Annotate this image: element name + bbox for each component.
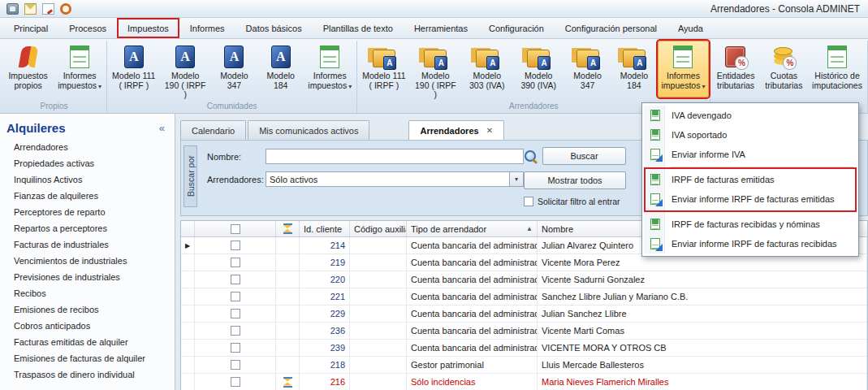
menubar-item[interactable]: Procesos: [58, 18, 117, 38]
menubar-item[interactable]: Datos básicos: [235, 18, 313, 38]
sidebar-item[interactable]: Arrendadores: [0, 139, 175, 155]
tab[interactable]: Arrendadores ✕: [408, 120, 504, 140]
grid-row[interactable]: 216 Sólo incidencias Maria Nieves Flamer…: [181, 374, 867, 390]
grid-row[interactable]: 221 Cuenta bancaria del administrador Sa…: [181, 288, 867, 306]
cell-id: 220: [300, 271, 350, 288]
ribbon-button-icon: [121, 44, 147, 70]
row-checkbox[interactable]: [231, 309, 240, 318]
ribbon-button[interactable]: Cuotas tributarias: [760, 41, 808, 98]
menubar-item[interactable]: Configuración personal: [555, 18, 667, 38]
menu-item[interactable]: IRPF de facturas recibidas y nóminas: [644, 214, 857, 234]
sidebar-item[interactable]: Emisiones de recibos: [0, 301, 175, 318]
menubar-item[interactable]: Herramientas: [404, 18, 478, 38]
sidebar-item[interactable]: Propiedades activas: [0, 155, 175, 171]
sidebar-item[interactable]: Facturas de industriales: [0, 236, 175, 253]
show-all-button[interactable]: Mostrar todos: [524, 171, 626, 189]
row-checkbox[interactable]: [231, 377, 240, 387]
grid-row[interactable]: 218 Gestor patrimonial Lluis Mercade Bal…: [181, 357, 867, 374]
grid-row[interactable]: 229 Cuenta bancaria del administrador Ju…: [181, 306, 867, 323]
select-all-column-header[interactable]: [195, 221, 276, 236]
menubar-item[interactable]: Principal: [3, 18, 58, 38]
row-checkbox[interactable]: [231, 326, 240, 336]
menu-item[interactable]: Enviar informe IVA: [644, 145, 857, 164]
menu-item[interactable]: IVA soportado: [644, 125, 857, 145]
column-header-aux[interactable]: Código auxiliar: [350, 221, 407, 236]
cell-id: 221: [300, 288, 350, 305]
cell-id: 239: [300, 340, 350, 356]
ribbon-button[interactable]: Modelo 111 ( IRPF ): [358, 41, 409, 98]
row-checkbox[interactable]: [231, 258, 240, 267]
grid-row[interactable]: 220 Cuenta bancaria del administrador Vi…: [181, 271, 867, 288]
phone-icon[interactable]: [60, 3, 71, 15]
ribbon-button[interactable]: Modelo 347: [564, 41, 611, 98]
grid-row[interactable]: 219 Cuenta bancaria del administrador Vi…: [181, 254, 867, 271]
ribbon-button[interactable]: Histórico de imputaciones: [808, 41, 866, 98]
ribbon-button[interactable]: Modelo 347: [211, 41, 257, 98]
ribbon-button[interactable]: Modelo 111 ( IRPF ): [108, 41, 159, 98]
incident-column-header[interactable]: [276, 221, 300, 236]
close-tab-icon[interactable]: ✕: [486, 126, 493, 135]
ribbon-group-label: Propios: [2, 100, 106, 113]
sidebar-item[interactable]: Cobros anticipados: [0, 318, 175, 334]
sidebar-item[interactable]: Traspasos de dinero individual: [0, 366, 175, 383]
cell-aux: [350, 306, 407, 322]
ribbon-button[interactable]: Modelo 184: [611, 41, 657, 98]
menubar-item[interactable]: Ayuda: [667, 18, 714, 38]
ribbon-button[interactable]: Entidades tributarias: [711, 41, 759, 98]
ribbon-button[interactable]: Modelo 184: [257, 41, 304, 98]
ribbon-button[interactable]: Modelo 190 ( IRPF ): [410, 41, 461, 98]
search-by-vertical-tab[interactable]: Buscar por: [184, 145, 197, 207]
grid-row[interactable]: 236 Cuenta bancaria del administrador Vi…: [181, 323, 867, 340]
menubar-item[interactable]: Impuestos: [117, 18, 179, 38]
name-input[interactable]: [266, 149, 524, 164]
row-checkbox[interactable]: [231, 240, 240, 250]
sidebar-item[interactable]: Facturas emitidas de alquiler: [0, 334, 175, 350]
ribbon-button[interactable]: Informes impuestos▾: [658, 41, 710, 98]
edit-icon[interactable]: [42, 3, 54, 15]
search-button[interactable]: Buscar: [542, 147, 626, 165]
report-icon: [649, 218, 662, 231]
ribbon-button[interactable]: Modelo 190 ( IRPF ): [159, 41, 210, 98]
row-checkbox[interactable]: [231, 275, 240, 284]
sidebar-item[interactable]: Recibos: [0, 285, 175, 301]
app-icon[interactable]: [6, 3, 19, 15]
menubar-item[interactable]: Plantillas de texto: [313, 18, 404, 38]
header-checkbox[interactable]: [231, 224, 240, 234]
landlords-select[interactable]: Sólo activos ▾: [266, 171, 524, 187]
cell-aux: [350, 288, 407, 305]
select-dropdown-icon[interactable]: ▾: [509, 172, 523, 186]
ribbon-button[interactable]: Impuestos propios: [2, 41, 54, 98]
ribbon-button[interactable]: Informes impuestos▾: [54, 41, 106, 98]
sidebar-item[interactable]: Fianzas de alquileres: [0, 188, 175, 204]
sidebar-title: Alquileres: [6, 121, 159, 135]
menu-item[interactable]: IRPF de facturas emitidas: [644, 170, 857, 189]
sidebar-item[interactable]: Inquilinos Activos: [0, 171, 175, 188]
sidebar-item[interactable]: Vencimientos de industriales: [0, 253, 175, 269]
search-icon: [524, 150, 538, 163]
column-header-id[interactable]: Id. cliente: [300, 221, 350, 236]
column-header-type[interactable]: Tipo de arrendador▲: [407, 221, 538, 236]
menu-item[interactable]: Enviar informe IRPF de facturas recibida…: [644, 234, 857, 254]
tab[interactable]: Mis comunicados activos: [248, 120, 369, 140]
ribbon-button[interactable]: Informes impuestos▾: [304, 41, 356, 98]
tab[interactable]: Calendario: [180, 120, 246, 140]
sidebar-item[interactable]: Repartos a perceptores: [0, 220, 175, 236]
row-checkbox[interactable]: [231, 292, 240, 301]
ribbon-button[interactable]: Modelo 390 (IVA): [513, 41, 564, 98]
collapse-sidebar-icon[interactable]: «: [159, 122, 165, 134]
grid-row[interactable]: 239 Cuenta bancaria del administrador VI…: [181, 340, 867, 357]
sidebar-item[interactable]: Emisiones de facturas de alquiler: [0, 350, 175, 366]
ribbon-button-icon: [771, 44, 797, 70]
ribbon-button-icon: [525, 44, 551, 70]
sidebar-item[interactable]: Perceptores de reparto: [0, 204, 175, 220]
ribbon-button[interactable]: Modelo 303 (IVA): [461, 41, 512, 98]
filter-on-enter-checkbox[interactable]: [524, 197, 533, 206]
sidebar-item[interactable]: Previsiones de industriales: [0, 269, 175, 285]
row-checkbox[interactable]: [231, 360, 240, 370]
menubar-item[interactable]: Informes: [179, 18, 235, 38]
menubar-item[interactable]: Configuración: [478, 18, 555, 38]
menu-item[interactable]: Enviar informe IRPF de facturas emitidas: [644, 189, 857, 209]
menu-item[interactable]: IVA devengado: [644, 106, 857, 125]
mail-icon[interactable]: [24, 3, 37, 15]
row-checkbox[interactable]: [231, 343, 240, 353]
